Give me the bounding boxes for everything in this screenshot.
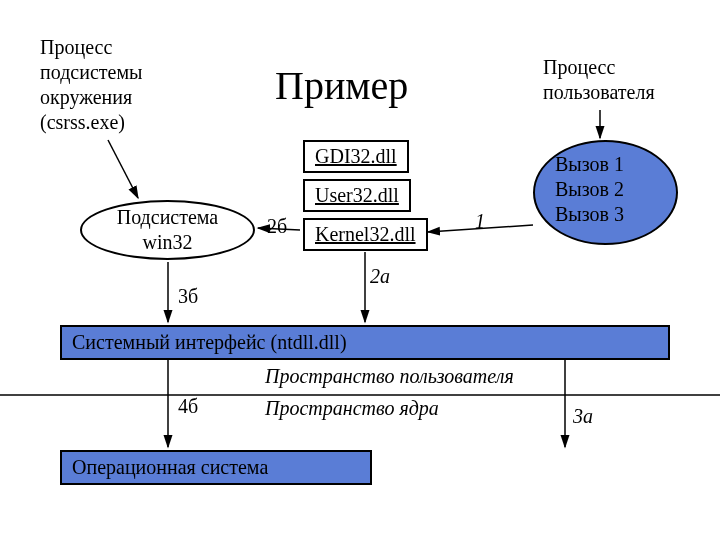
step-4b: 4б — [178, 395, 198, 418]
user-process-label: Процесс пользователя — [543, 55, 655, 105]
kernel32-box: Kernel32.dll — [303, 218, 428, 251]
win32-ellipse: Подсистема win32 — [80, 200, 255, 260]
space-user-label: Пространство пользователя — [265, 365, 514, 388]
page-title: Пример — [275, 62, 408, 109]
win32-label: Подсистема win32 — [117, 205, 219, 255]
gdi32-box: GDI32.dll — [303, 140, 409, 173]
step-1: 1 — [475, 210, 485, 233]
step-2a: 2а — [370, 265, 390, 288]
csrss-label: Процесс подсистемы окружения (csrss.exe) — [40, 35, 142, 135]
svg-line-0 — [108, 140, 138, 198]
user32-box: User32.dll — [303, 179, 411, 212]
step-2b: 2б — [267, 215, 287, 238]
calls-label: Вызов 1 Вызов 2 Вызов 3 — [555, 152, 624, 227]
space-kernel-label: Пространство ядра — [265, 397, 439, 420]
step-3b: 3б — [178, 285, 198, 308]
ntdll-bar: Системный интерфейс (ntdll.dll) — [60, 325, 670, 360]
step-3a: 3а — [573, 405, 593, 428]
os-bar: Операционная система — [60, 450, 372, 485]
